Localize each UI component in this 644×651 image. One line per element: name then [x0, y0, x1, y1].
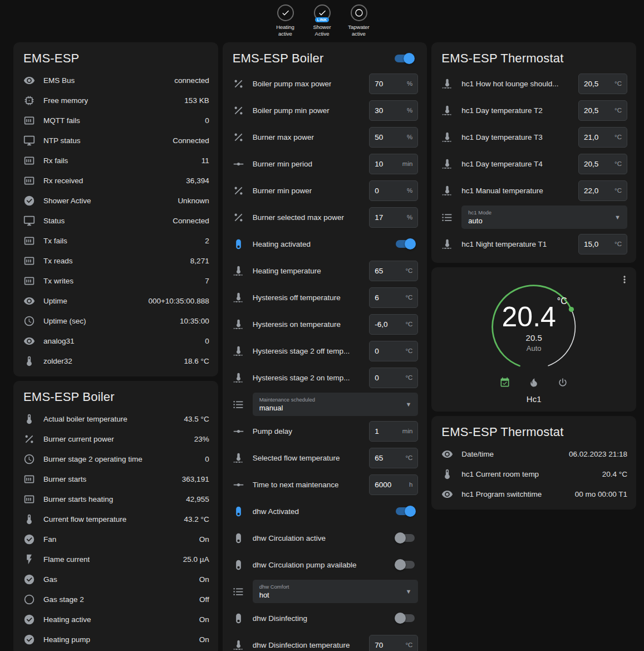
number-input[interactable]: 0°C [369, 341, 418, 361]
entity-row[interactable]: Tx writes 7 7 Tx writes7▼ [22, 271, 209, 291]
entity-row[interactable]: hc1 Mode auto auto hc1 Modeauto▼ [440, 204, 627, 231]
entity-row[interactable]: Uptime (sec) 10:35:00 10:35:00 Uptime (s… [22, 311, 209, 331]
entity-value: 00 mo 00:00 T1 [569, 490, 627, 498]
thermostat-dial[interactable]: 20.4°C 20.5 Auto [482, 275, 586, 376]
entity-row[interactable]: Pump delay 1 1min Pump delay1▼ [232, 418, 419, 444]
entity-row[interactable]: Current flow temperature 43.2 °C 43.2 °C… [22, 509, 209, 529]
entity-row[interactable]: hc1 Day temperature T3 21,0 21,0°C hc1 D… [440, 124, 627, 150]
entity-row[interactable]: Heating active On On Heating activeOn▼ [22, 609, 209, 629]
entity-row[interactable]: Heating pump On On Heating pumpOn▼ [22, 629, 209, 649]
menu-button[interactable] [616, 272, 633, 288]
entity-row[interactable]: Burner max power 50 50% Burner max power… [232, 124, 419, 150]
number-input[interactable]: 20,5°C [578, 74, 627, 94]
entity-row[interactable]: Burner starts 363,191 363,191 Burner sta… [22, 469, 209, 489]
entity-row[interactable]: Burner min period 10 10min Burner min pe… [232, 150, 419, 177]
entity-row[interactable]: Rx fails 11 11 Rx fails11▼ [22, 150, 209, 170]
entity-row[interactable]: analog31 0 0 analog310▼ [22, 331, 209, 351]
entity-row[interactable]: Selected flow temperature 65 65°C Select… [232, 444, 419, 471]
status-badge[interactable]: LINK Shower Active [307, 4, 338, 38]
entity-row[interactable]: hc1 Day temperature T2 20,5 20,5°C hc1 D… [440, 97, 627, 124]
entity-row[interactable]: Gas On On GasOn▼ [22, 569, 209, 589]
entity-row[interactable]: Burner starts heating 42,955 42,955 Burn… [22, 489, 209, 509]
entity-row[interactable]: dhw Circulation pump available dhw Circu… [232, 551, 419, 578]
status-badge[interactable]: Tapwater active [343, 4, 375, 38]
entity-row[interactable]: Shower Active Unknown Unknown Shower Act… [22, 190, 209, 211]
number-input[interactable]: 21,0°C [578, 127, 627, 148]
number-input[interactable]: 0% [369, 180, 418, 201]
status-badge[interactable]: Heating active [270, 4, 301, 38]
number-input[interactable]: 70% [369, 74, 418, 94]
select-input[interactable]: dhw Comforthot▼ [253, 580, 419, 603]
entity-row[interactable]: dhw Disinfection temperature 70 70°C dhw… [232, 632, 419, 651]
number-input[interactable]: 50% [369, 127, 418, 148]
entity-row[interactable]: EMS Bus connected connected EMS Busconne… [22, 70, 209, 90]
entity-row[interactable]: Date/time 06.02.2023 21:18 06.02.2023 21… [440, 444, 627, 464]
entity-row[interactable]: Flame current 25.0 µA 25.0 µA Flame curr… [22, 549, 209, 569]
entity-row[interactable]: Hysteresis on temperature -6,0 -6,0°C Hy… [232, 311, 419, 337]
entity-row[interactable]: Burner min power 0 0% Burner min power0▼ [232, 177, 419, 204]
entity-value: 153 KB [179, 96, 209, 105]
entity-row[interactable]: Burner selected max power 17 17% Burner … [232, 204, 419, 231]
select-input[interactable]: hc1 Modeauto▼ [461, 205, 627, 229]
entity-row[interactable]: zolder32 18.6 °C 18.6 °C zolder3218.6 °C… [22, 351, 209, 371]
entity-row[interactable]: Burner stage 2 operating time 0 0 Burner… [22, 449, 209, 469]
number-input[interactable]: 1min [369, 421, 418, 442]
entity-row[interactable]: Status Connected Connected StatusConnect… [22, 211, 209, 231]
entity-row[interactable]: Burner current power 23% 23% Burner curr… [22, 429, 209, 449]
number-input[interactable]: 65°C [369, 261, 418, 281]
number-input[interactable]: 65°C [369, 448, 418, 468]
entity-row[interactable]: Tx fails 2 2 Tx fails2▼ [22, 231, 209, 251]
number-input[interactable]: 30% [369, 100, 418, 121]
entity-row[interactable]: Tx reads 8,271 8,271 Tx reads8,271▼ [22, 251, 209, 271]
number-input[interactable]: 15,0°C [578, 234, 627, 254]
entity-row[interactable]: NTP status Connected Connected NTP statu… [22, 130, 209, 150]
entity-row[interactable]: dhw Comfort hot hot dhw Comforthot▼ [232, 578, 419, 605]
entity-row[interactable]: Time to next maintenance 6000 6000h Time… [232, 471, 419, 498]
entity-row[interactable]: Boiler pump max power 70 70% Boiler pump… [232, 70, 419, 97]
card-title: EMS-ESP [23, 51, 79, 66]
number-input[interactable]: 17% [369, 207, 418, 228]
number-input[interactable]: 20,5°C [578, 154, 627, 174]
number-input[interactable]: 20,5°C [578, 100, 627, 121]
number-input[interactable]: 6°C [369, 287, 418, 308]
entity-row[interactable]: Rx received 36,394 36,394 Rx received36,… [22, 170, 209, 190]
toggle-switch[interactable] [396, 561, 415, 569]
entity-row[interactable]: hc1 Manual temperature 22,0 22,0°C hc1 M… [440, 177, 627, 204]
toggle-switch[interactable] [396, 507, 415, 515]
number-input[interactable]: 10min [369, 154, 418, 174]
entity-row[interactable]: hc1 Current room temp 20.4 °C 20.4 °C hc… [440, 464, 627, 484]
entity-row[interactable]: MQTT fails 0 0 MQTT fails0▼ [22, 110, 209, 130]
entity-row[interactable]: Maintenance scheduled manual manual Main… [232, 391, 419, 418]
toggle-switch[interactable] [396, 614, 415, 622]
number-input[interactable]: -6,0°C [369, 314, 418, 335]
entity-row[interactable]: Hysteresis off temperature 6 6°C Hystere… [232, 284, 419, 311]
entity-row[interactable]: dhw Disinfecting dhw Disinfecting▼ [232, 605, 419, 632]
entity-row[interactable]: Heating temperature 65 65°C Heating temp… [232, 257, 419, 284]
entity-row[interactable]: Free memory 153 KB 153 KB Free memory153… [22, 90, 209, 110]
entity-row[interactable]: dhw Circulation active dhw Circulation a… [232, 525, 419, 551]
entity-row[interactable]: dhw Activated dhw Activated▼ [232, 498, 419, 525]
toggle-switch[interactable] [396, 534, 415, 542]
entity-row[interactable]: Uptime 000+10:35:00.888 000+10:35:00.888… [22, 291, 209, 311]
number-input[interactable]: 0°C [369, 368, 418, 388]
number-input[interactable]: 6000h [369, 474, 418, 495]
entity-row[interactable]: Hysteresis stage 2 off temp... 0 0°C Hys… [232, 337, 419, 364]
entity-row[interactable]: Fan On On FanOn▼ [22, 529, 209, 549]
current-temperature: 20.4°C [502, 303, 566, 331]
entity-row[interactable]: Hysteresis stage 2 on temp... 0 0°C Hyst… [232, 364, 419, 391]
entity-value: On [194, 575, 209, 584]
percent-icon [233, 78, 244, 90]
card-toggle-switch[interactable] [395, 55, 414, 62]
number-input[interactable]: 22,0°C [578, 180, 627, 201]
entity-row[interactable]: hc1 Program switchtime 00 mo 00:00 T1 00… [440, 484, 627, 504]
entity-row[interactable]: Heating activated Heating activated▼ [232, 231, 419, 257]
toggle-switch[interactable] [396, 240, 415, 248]
entity-row[interactable]: hc1 Day temperature T4 20,5 20,5°C hc1 D… [440, 150, 627, 177]
select-input[interactable]: Maintenance scheduledmanual▼ [253, 393, 419, 416]
entity-row[interactable]: hc1 Night temperature T1 15,0 15,0°C hc1… [440, 231, 627, 257]
entity-row[interactable]: Actual boiler temperature 43.5 °C 43.5 °… [22, 409, 209, 429]
entity-row[interactable]: Gas stage 2 Off Off Gas stage 2Off▼ [22, 589, 209, 609]
entity-row[interactable]: Boiler pump min power 30 30% Boiler pump… [232, 97, 419, 124]
entity-row[interactable]: hc1 How hot lounge should... 20,5 20,5°C… [440, 70, 627, 97]
number-input[interactable]: 70°C [369, 635, 418, 651]
